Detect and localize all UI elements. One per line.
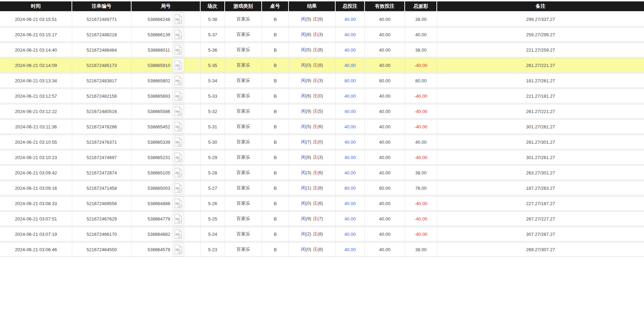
- total-bet-link[interactable]: 40.00: [344, 140, 356, 145]
- round-number-group: 538665105: [133, 166, 199, 180]
- video-replay-button[interactable]: [172, 28, 184, 42]
- cell-round-number: 538666139: [132, 27, 201, 42]
- total-bet-link[interactable]: 40.00: [344, 201, 356, 206]
- total-bet-link[interactable]: 40.00: [344, 109, 356, 114]
- cell-total-bet: 40.00: [336, 27, 365, 42]
- session-text: 5-27: [208, 186, 217, 191]
- table-number-text: B: [274, 216, 277, 222]
- video-replay-button[interactable]: [172, 135, 184, 149]
- time-text: 2024-06-21 03:14:40: [15, 47, 57, 53]
- video-replay-icon: [174, 106, 182, 116]
- total-bet-link[interactable]: 40.00: [344, 216, 356, 222]
- total-bet-link[interactable]: 40.00: [344, 232, 356, 237]
- cell-remark: 301.27/261.27: [437, 150, 644, 165]
- round-number-text: 538665586: [148, 109, 170, 114]
- video-replay-button[interactable]: [172, 43, 184, 57]
- result-player-value: (8): [306, 155, 311, 160]
- session-text: 5-34: [208, 78, 217, 83]
- cell-time: 2024-06-21 03:07:51: [0, 211, 72, 226]
- game-type-text: 百家乐: [237, 170, 250, 175]
- result-player-label: 闲: [301, 231, 306, 237]
- table-row[interactable]: 2024-06-21 03:07:19521672466170538664682…: [0, 227, 644, 241]
- table-row[interactable]: 2024-06-21 03:14:09521672485173538665910…: [0, 58, 644, 73]
- cell-time: 2024-06-21 03:15:17: [0, 27, 72, 42]
- table-row[interactable]: 2024-06-21 03:10:23521672474697538665231…: [0, 150, 644, 165]
- table-row[interactable]: 2024-06-21 03:15:17521672488216538666139…: [0, 27, 644, 42]
- video-replay-icon: [174, 168, 182, 178]
- total-bet-link[interactable]: 80.00: [344, 78, 356, 83]
- video-replay-icon: [174, 152, 182, 162]
- cell-valid-bet: 80.00: [365, 73, 405, 88]
- session-text: 5-28: [208, 170, 217, 175]
- cell-total-bet: 40.00: [336, 227, 365, 241]
- video-replay-button[interactable]: [172, 196, 184, 210]
- total-bet-link[interactable]: 40.00: [344, 63, 356, 68]
- valid-bet-text: 40.00: [379, 17, 391, 22]
- table-row[interactable]: 2024-06-21 03:15:51521672489771538666248…: [0, 12, 644, 27]
- video-replay-button[interactable]: [172, 120, 184, 134]
- cell-payout: -40.00: [405, 211, 437, 226]
- remark-text: 263.27/301.27: [526, 170, 555, 175]
- video-replay-button[interactable]: [172, 150, 184, 164]
- total-bet-link[interactable]: 40.00: [344, 47, 356, 53]
- table-row[interactable]: 2024-06-21 03:12:22521672480516538665586…: [0, 104, 644, 119]
- cell-session: 5-26: [201, 196, 225, 211]
- session-text: 5-33: [208, 94, 217, 99]
- video-replay-button[interactable]: [172, 242, 184, 256]
- video-replay-button[interactable]: [172, 166, 184, 180]
- cell-valid-bet: 40.00: [365, 58, 405, 73]
- result-banker-label: 庄: [313, 62, 317, 68]
- column-header-game: 游戏类别: [225, 1, 262, 11]
- result-banker-label: 庄: [313, 201, 317, 206]
- cell-result: 闲(2)庄(8): [289, 227, 336, 241]
- table-row[interactable]: 2024-06-21 03:09:16521672471458538665003…: [0, 181, 644, 195]
- video-replay-button[interactable]: [172, 104, 184, 118]
- table-row[interactable]: 2024-06-21 03:14:40521672486484538666011…: [0, 43, 644, 57]
- video-replay-button[interactable]: [172, 227, 184, 241]
- video-replay-button[interactable]: [172, 58, 184, 72]
- table-row[interactable]: 2024-06-21 03:13:34521672483817538665802…: [0, 73, 644, 88]
- result-banker-value: (3): [317, 32, 323, 37]
- cell-remark: 187.27/263.27: [437, 181, 644, 195]
- cell-session: 5-24: [201, 227, 225, 241]
- total-bet-link[interactable]: 40.00: [344, 247, 356, 252]
- table-row[interactable]: 2024-06-21 03:06:46521672464550538664578…: [0, 242, 644, 257]
- game-type-text: 百家乐: [237, 139, 250, 144]
- total-bet-link[interactable]: 80.00: [344, 186, 356, 191]
- video-replay-button[interactable]: [172, 74, 184, 88]
- video-replay-icon: [174, 91, 182, 101]
- table-row[interactable]: 2024-06-21 03:09:42521672472874538665105…: [0, 165, 644, 180]
- cell-payout: -40.00: [405, 89, 437, 103]
- result-banker-value: (5): [317, 109, 323, 114]
- video-replay-icon: [174, 14, 182, 24]
- cell-session: 5-30: [201, 135, 225, 149]
- result-player-label: 闲: [301, 124, 306, 129]
- round-number-group: 538665910: [133, 58, 199, 72]
- cell-table-number: B: [262, 119, 289, 134]
- cell-total-bet: 40.00: [336, 165, 365, 180]
- total-bet-link[interactable]: 40.00: [344, 124, 356, 129]
- total-bet-link[interactable]: 40.00: [344, 155, 356, 160]
- total-bet-link[interactable]: 40.00: [344, 170, 356, 175]
- session-text: 5-35: [208, 63, 217, 68]
- table-row[interactable]: 2024-06-21 03:11:36521672478286538665452…: [0, 119, 644, 134]
- round-number-group: 538665802: [133, 74, 199, 88]
- cell-session: 5-25: [201, 211, 225, 226]
- round-number-group: 538665452: [133, 120, 199, 134]
- total-bet-link[interactable]: 40.00: [344, 94, 356, 99]
- table-row[interactable]: 2024-06-21 03:12:57521672482156538665693…: [0, 89, 644, 103]
- bet-number-text: 521672482156: [87, 94, 117, 99]
- table-row[interactable]: 2024-06-21 03:08:33521672469556538664886…: [0, 196, 644, 211]
- video-replay-button[interactable]: [172, 89, 184, 103]
- round-number-group: 538666139: [133, 28, 199, 42]
- video-replay-button[interactable]: [172, 212, 184, 226]
- video-replay-button[interactable]: [172, 181, 184, 195]
- table-row[interactable]: 2024-06-21 03:07:51521672467629538664779…: [0, 211, 644, 226]
- session-text: 5-36: [208, 47, 217, 53]
- total-bet-link[interactable]: 40.00: [344, 17, 356, 22]
- cell-remark: 307.27/267.27: [437, 227, 644, 241]
- video-replay-button[interactable]: [172, 12, 184, 26]
- total-bet-link[interactable]: 40.00: [344, 32, 356, 37]
- result-player-label: 闲: [301, 32, 306, 37]
- table-row[interactable]: 2024-06-21 03:10:55521672476371538665339…: [0, 135, 644, 149]
